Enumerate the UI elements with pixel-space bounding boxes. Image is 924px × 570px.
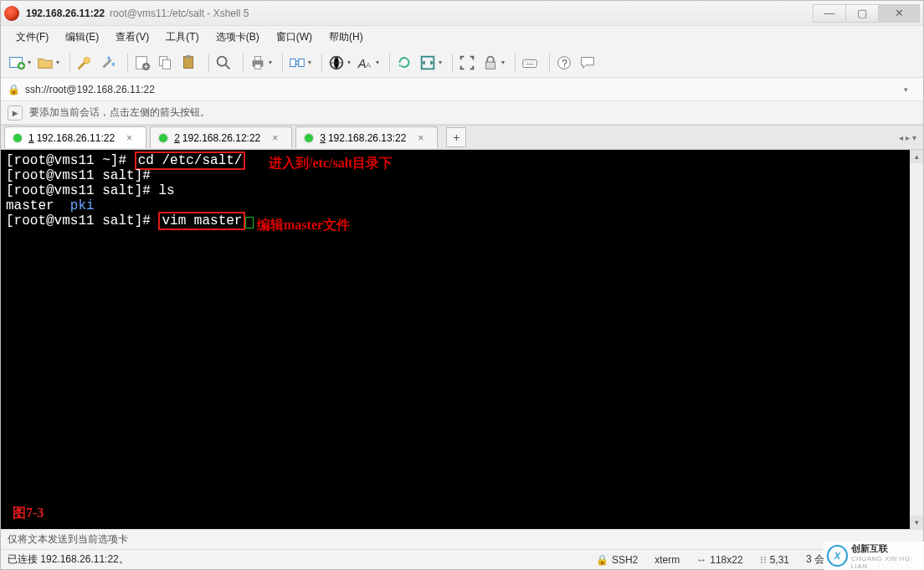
figure-tag: 图7-3 (13, 505, 44, 522)
menu-tools[interactable]: 工具(T) (157, 30, 207, 44)
status-dot-icon (305, 134, 313, 142)
scroll-up-icon[interactable]: ▴ (910, 150, 923, 163)
font-button[interactable]: AA ▾ (356, 54, 379, 72)
status-bar: 已连接 192.168.26.11:22。 🔒SSH2 xterm ↔118x2… (1, 549, 923, 569)
status-dot-icon (13, 134, 22, 142)
minimize-button[interactable]: — (813, 4, 846, 23)
address-dropdown-icon[interactable]: ▾ (896, 85, 916, 94)
title-bar: 192.168.26.11:22 root@vms11:/etc/salt - … (1, 1, 923, 26)
terminal-scrollbar[interactable]: ▴ ▾ (910, 150, 923, 529)
size-icon: ↔ (696, 554, 706, 566)
address-bar[interactable]: 🔒 ssh://root@192.168.26.11:22 ▾ (1, 78, 923, 101)
separator (515, 54, 516, 72)
connect-button[interactable] (75, 54, 94, 72)
transfer-button[interactable]: ▾ (288, 54, 311, 72)
svg-text:?: ? (562, 57, 567, 69)
tab-number: 1 (28, 132, 34, 144)
watermark: X 创新互联 CHUANG XIN HU LIAN (824, 542, 924, 570)
cursor (245, 217, 254, 229)
disconnect-button[interactable] (99, 54, 117, 72)
separator (321, 54, 322, 72)
separator (69, 54, 70, 72)
status-pos: ⁝⁝5,31 (752, 554, 798, 566)
watermark-sub: CHUANG XIN HU LIAN (851, 555, 924, 570)
address-text: ssh://root@192.168.26.11:22 (25, 84, 896, 95)
status-termtype: xterm (646, 554, 688, 566)
app-window: 192.168.26.11:22 root@vms11:/etc/salt - … (0, 0, 924, 570)
tab-close-icon[interactable]: × (126, 132, 132, 144)
separator (452, 54, 453, 72)
send-bar[interactable]: 仅将文本发送到当前选项卡 (1, 529, 923, 549)
session-tab[interactable]: 2 192.168.26.12:22 × (150, 126, 292, 148)
print-button[interactable]: ▾ (249, 54, 272, 72)
terminal-line: [root@vms11 salt]# (6, 168, 151, 183)
session-tab[interactable]: 3 192.168.26.13:22 × (295, 126, 438, 148)
hint-bar: ▸ 要添加当前会话，点击左侧的箭头按钮。 (1, 101, 923, 125)
svg-rect-12 (254, 64, 260, 69)
find-button[interactable] (214, 54, 233, 72)
svg-rect-11 (254, 56, 260, 60)
maximize-button[interactable]: ▢ (845, 4, 879, 23)
tabs-row: 1 192.168.26.11:22 × 2 192.168.26.12:22 … (1, 125, 923, 150)
language-button[interactable]: ▾ (327, 54, 351, 72)
lock-icon: 🔒 (596, 554, 608, 566)
terminal-line: master pki (6, 198, 95, 213)
tab-nav-arrows[interactable]: ◂ ▸ ▾ (899, 133, 923, 142)
close-button[interactable]: ✕ (878, 4, 920, 23)
menu-file[interactable]: 文件(F) (8, 30, 57, 44)
svg-rect-6 (162, 59, 170, 69)
status-size: ↔118x22 (688, 554, 751, 566)
hint-text: 要添加当前会话，点击左侧的箭头按钮。 (29, 105, 210, 120)
lock-icon: 🔒 (8, 84, 20, 95)
new-session-button[interactable]: ▾ (8, 54, 31, 72)
status-proto: 🔒SSH2 (588, 554, 646, 566)
separator (127, 54, 128, 72)
svg-rect-20 (523, 59, 537, 67)
paste-button[interactable] (180, 54, 198, 72)
separator (389, 54, 390, 72)
refresh-button[interactable] (395, 54, 413, 72)
status-dot-icon (159, 134, 167, 142)
terminal[interactable]: [root@vms11 ~]# cd /etc/salt/ [root@vms1… (1, 150, 910, 529)
tab-label: 192.168.26.12:22 (182, 132, 260, 144)
menu-help[interactable]: 帮助(H) (321, 30, 372, 44)
title-ip: 192.168.26.11:22 (26, 8, 105, 19)
watermark-icon: X (827, 545, 848, 567)
properties-button[interactable] (133, 54, 151, 72)
lock-button[interactable]: ▾ (481, 54, 505, 72)
help-button[interactable]: ? (555, 54, 573, 72)
terminal-line: [root@vms11 salt]# vim master (6, 213, 254, 229)
script-button[interactable]: ▾ (418, 54, 442, 72)
pos-icon: ⁝⁝ (760, 554, 767, 566)
svg-rect-7 (184, 56, 193, 68)
new-tab-button[interactable]: + (446, 127, 466, 147)
window-controls: — ▢ ✕ (814, 4, 920, 23)
menu-window[interactable]: 窗口(W) (268, 30, 321, 44)
svg-rect-14 (299, 59, 304, 66)
add-session-button[interactable]: ▸ (8, 105, 23, 121)
svg-text:A: A (357, 56, 367, 69)
menu-view[interactable]: 查看(V) (107, 30, 157, 44)
svg-rect-19 (486, 62, 495, 69)
copy-button[interactable] (157, 54, 175, 72)
menu-tab[interactable]: 选项卡(B) (208, 30, 268, 44)
svg-point-2 (84, 57, 90, 63)
tab-close-icon[interactable]: × (272, 132, 278, 144)
svg-rect-8 (186, 54, 191, 58)
separator (243, 54, 244, 72)
keyboard-button[interactable] (521, 54, 539, 72)
toolbar: ▾ ▾ ▾ (1, 48, 923, 78)
chat-button[interactable] (578, 54, 597, 72)
tab-close-icon[interactable]: × (418, 132, 424, 144)
open-button[interactable]: ▾ (36, 54, 59, 72)
session-tab[interactable]: 1 192.168.26.11:22 × (4, 126, 146, 148)
title-path: root@vms11:/etc/salt - Xshell 5 (110, 8, 249, 19)
menu-edit[interactable]: 编辑(E) (57, 30, 107, 44)
tab-label: 192.168.26.11:22 (37, 132, 115, 144)
fullscreen-button[interactable] (458, 54, 476, 72)
watermark-brand: 创新互联 (851, 542, 924, 555)
svg-rect-13 (290, 59, 295, 66)
terminal-line: [root@vms11 salt]# ls (6, 183, 175, 198)
scroll-down-icon[interactable]: ▾ (910, 516, 923, 529)
menu-bar: 文件(F) 编辑(E) 查看(V) 工具(T) 选项卡(B) 窗口(W) 帮助(… (1, 26, 923, 48)
